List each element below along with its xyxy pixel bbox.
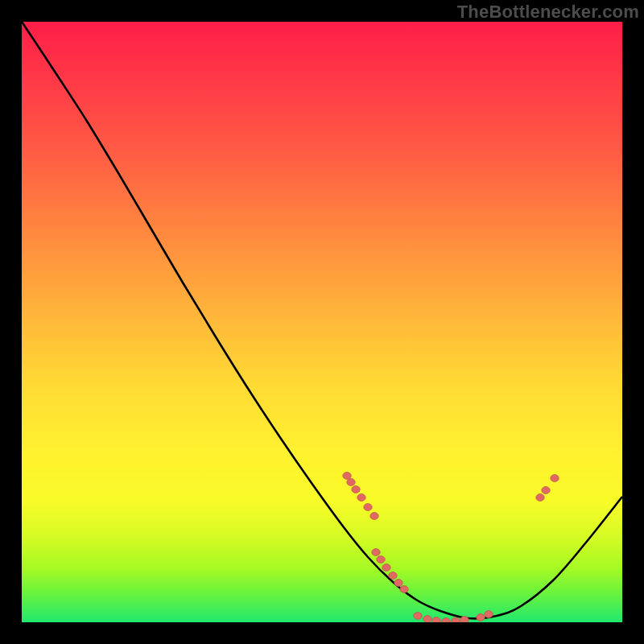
watermark-label: TheBottlenecker.com: [457, 2, 639, 23]
plot-area: [22, 22, 622, 622]
marker-point: [536, 494, 544, 502]
marker-point: [343, 473, 351, 480]
marker-point: [389, 572, 397, 580]
chart-svg: [22, 22, 622, 622]
marker-point: [432, 617, 440, 622]
marker-point: [357, 494, 365, 502]
marker-point: [370, 513, 378, 520]
marker-point: [382, 564, 390, 572]
marker-point: [477, 614, 485, 621]
marker-point: [460, 617, 469, 622]
marker-point: [352, 486, 360, 493]
marker-point: [347, 479, 355, 486]
scatter-markers: [343, 473, 559, 622]
marker-point: [364, 504, 372, 511]
marker-point: [372, 549, 380, 556]
marker-point: [442, 618, 450, 622]
bottleneck-curve: [22, 22, 622, 618]
marker-point: [551, 475, 559, 482]
marker-point: [414, 613, 422, 620]
marker-point: [400, 586, 408, 593]
marker-point: [542, 487, 550, 494]
marker-point: [485, 611, 493, 618]
marker-point: [452, 617, 460, 622]
marker-point: [394, 580, 402, 587]
marker-point: [377, 556, 385, 564]
marker-point: [423, 616, 431, 622]
chart-frame: TheBottlenecker.com: [0, 0, 644, 644]
